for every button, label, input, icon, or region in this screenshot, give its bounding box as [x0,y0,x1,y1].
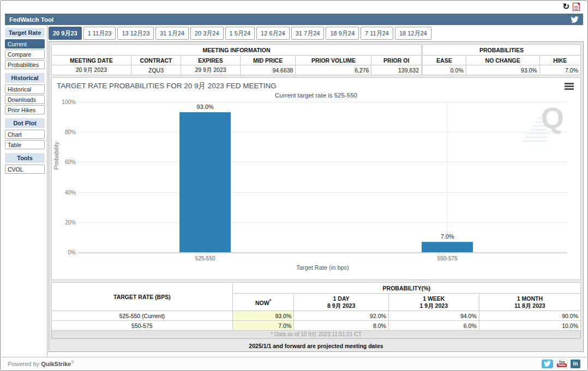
bar-label-525-550: 93.0% [179,104,231,110]
sidebar-item-downloads[interactable]: Downloads [5,95,45,104]
fedwatch-page: ↻ FedWatch Tool Target Rate Current Comp… [0,0,588,371]
col-meeting-date: MEETING DATE [52,56,131,65]
sidebar-item-current[interactable]: Current [5,39,45,48]
sidebar-item-table[interactable]: Table [5,140,45,149]
col-1-day: 1 DAY8 9月 2023 [294,294,389,311]
app-title: FedWatch Tool [9,16,53,23]
tab-meeting-3[interactable]: 31 1月24 [155,27,189,40]
app-header: FedWatch Tool [5,14,583,25]
week-cell: 6.0% [388,321,479,331]
table-row-525-550: 525-550 (Current) 93.0% 92.0% 94.0% 90.0… [52,311,581,321]
tab-meeting-0[interactable]: 20 9月23 [49,27,82,40]
tab-meeting-8[interactable]: 18 9月24 [326,27,359,40]
sidebar-item-historical[interactable]: Historical [5,84,45,94]
top-controls: ↻ [562,2,580,11]
tab-meeting-1[interactable]: 1 11月23 [83,27,116,40]
week-cell: 94.0% [388,311,479,321]
tab-meeting-9[interactable]: 7 11月24 [361,27,393,40]
refresh-icon[interactable]: ↻ [562,2,569,11]
month-cell: 10.0% [479,321,580,331]
ytick-40: 40% [54,189,76,195]
meeting-date-value: 20 9月 2023 [52,65,131,75]
ease-value: 0.0% [423,65,466,75]
sidebar-item-compare[interactable]: Compare [5,50,45,59]
meeting-tabbar: 20 9月23 1 11月23 13 12月23 31 1月24 20 3月24… [49,27,582,40]
meeting-info-title: MEETING INFORMATION [52,45,422,56]
col-ease: EASE [423,56,466,65]
tab-meeting-4[interactable]: 20 3月24 [190,27,224,40]
chart-subtitle: Current target rate is 525-550 [52,92,580,99]
no-change-value: 93.0% [466,65,539,75]
rate-cell: 550-575 [52,321,233,331]
info-row: MEETING INFORMATION MEETING DATE CONTRAC… [51,44,581,75]
meeting-information-table: MEETING INFORMATION MEETING DATE CONTRAC… [51,44,422,75]
data-as-of-footnote: * Data as of 10 9月 2023 11:51:01 CT [51,331,581,339]
bar-525-550 [179,112,231,252]
sidebar-header-dot-plot: Dot Plot [5,118,45,128]
sidebar-header-tools: Tools [5,153,45,163]
footer-bar: Powered by QuikStrike® YouTube in [1,357,587,370]
col-expires: EXPIRES [181,56,240,65]
tab-meeting-5[interactable]: 1 5月24 [225,27,255,40]
twitter-icon[interactable] [571,16,579,23]
col-prior-volume: PRIOR VOLUME [296,56,371,65]
now-cell: 7.0% [232,321,294,331]
col-1-week: 1 WEEK1 9月 2023 [388,294,479,311]
powered-by: Powered by QuikStrike® [8,360,74,367]
prior-volume-value: 6,276 [296,65,371,75]
sidebar-item-prior-hikes[interactable]: Prior Hikes [5,105,45,114]
tab-meeting-6[interactable]: 12 6月24 [256,27,290,40]
col-contract: CONTRACT [131,56,181,65]
bar-label-550-575: 7.0% [422,233,473,240]
day-cell: 8.0% [294,321,389,331]
chart-title: TARGET RATE PROBABILITIES FOR 20 9月 2023… [57,81,277,91]
probabilities-table: PROBABILITIES EASE NO CHANGE HIKE 0.0% 9… [422,44,581,75]
xtick-550-575: 550-575 [415,256,480,261]
probability-pct-header: PROBABILITY(%) [232,283,580,294]
prior-oi-value: 139,632 [371,65,422,75]
col-now: NOW* [232,294,294,311]
y-axis-label: Probability [53,142,59,169]
target-rate-bps-header: TARGET RATE (BPS) [52,283,233,311]
social-icons: YouTube in [542,360,580,368]
tab-meeting-10[interactable]: 18 12月24 [395,27,431,40]
sidebar-item-chart[interactable]: Chart [5,130,45,139]
now-cell: 93.0% [232,311,294,321]
xtick-525-550: 525-550 [172,256,238,261]
twitter-footer-icon[interactable] [542,360,553,368]
main-panel: MEETING INFORMATION MEETING DATE CONTRAC… [49,41,584,352]
ytick-80: 80% [54,129,76,135]
col-no-change: NO CHANGE [466,56,539,65]
pdf-export-icon[interactable] [573,3,580,11]
chart-plot-area: 100% 80% 60% 40% 20% 0% Probability 93.0… [78,102,567,253]
probability-chart: TARGET RATE PROBABILITIES FOR 20 9月 2023… [51,77,581,280]
chart-menu-icon[interactable] [565,83,574,91]
sidebar-header-historical: Historical [5,73,45,83]
projection-note: 2025/1/1 and forward are projected meeti… [51,343,581,349]
x-axis-label: Target Rate (in bps) [78,264,567,271]
youtube-icon[interactable]: YouTube [556,360,568,368]
col-prior-oi: PRIOR OI [371,56,422,65]
hike-value: 7.0% [539,65,580,75]
col-mid-price: MID PRICE [240,56,296,65]
tab-meeting-2[interactable]: 13 12月23 [117,27,154,40]
sidebar-header-target-rate: Target Rate [5,28,45,38]
sidebar-item-probabilities[interactable]: Probabilities [5,60,45,69]
sidebar-item-cvol[interactable]: CVOL [5,165,45,174]
month-cell: 90.0% [479,311,580,321]
probability-history-table: TARGET RATE (BPS) PROBABILITY(%) NOW* 1 … [51,282,581,331]
mid-price-value: 94.6638 [240,65,296,75]
bar-550-575 [422,242,473,252]
ytick-20: 20% [54,219,76,225]
sidebar: Target Rate Current Compare Probabilitie… [5,26,47,356]
contract-value: ZQU3 [131,65,181,75]
ytick-100: 100% [54,99,76,105]
table-row-550-575: 550-575 7.0% 8.0% 6.0% 10.0% [52,321,581,331]
linkedin-icon[interactable]: in [571,360,580,368]
tab-meeting-7[interactable]: 31 7月24 [291,27,325,40]
rate-cell: 525-550 (Current) [52,311,233,321]
day-cell: 92.0% [294,311,389,321]
expires-value: 29 9月 2023 [181,65,240,75]
ytick-0: 0% [54,250,76,256]
col-1-month: 1 MONTH11 8月 2023 [479,294,580,311]
